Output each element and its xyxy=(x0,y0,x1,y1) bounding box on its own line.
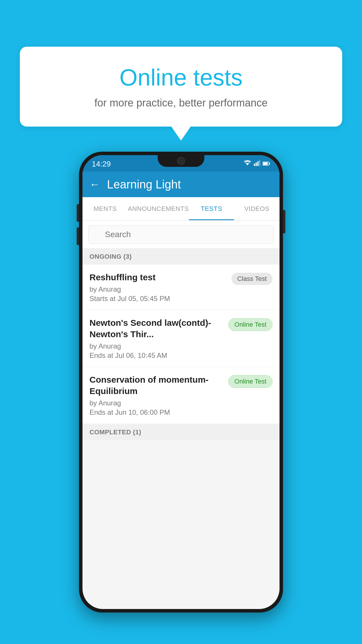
online-test-badge: Online Test xyxy=(228,375,273,388)
test-name: Conservation of momentum-Equilibrium xyxy=(89,374,224,397)
test-info: Newton's Second law(contd)-Newton's Thir… xyxy=(89,317,228,360)
battery-icon xyxy=(263,160,270,168)
test-time: Ends at Jun 10, 06:00 PM xyxy=(89,408,224,416)
test-name: Reshuffling test xyxy=(89,272,227,283)
signal-icon xyxy=(254,160,260,168)
tab-announcements[interactable]: ANNOUNCEMENTS xyxy=(128,197,189,220)
completed-section-header: COMPLETED (1) xyxy=(82,424,280,440)
search-wrapper xyxy=(88,225,274,244)
svg-rect-3 xyxy=(257,161,259,166)
test-item[interactable]: Newton's Second law(contd)-Newton's Thir… xyxy=(82,310,280,367)
test-time: Ends at Jul 06, 10:45 AM xyxy=(89,351,224,360)
ongoing-section-header: ONGOING (3) xyxy=(82,249,280,265)
test-name: Newton's Second law(contd)-Newton's Thir… xyxy=(89,317,224,340)
app-header: ← Learning Light xyxy=(82,172,280,197)
status-icons xyxy=(243,160,270,168)
wifi-icon xyxy=(243,160,252,168)
test-time: Starts at Jul 05, 05:45 PM xyxy=(89,295,227,303)
tab-ments[interactable]: MENTS xyxy=(82,197,128,220)
phone-notch xyxy=(158,155,204,167)
tab-tests[interactable]: TESTS xyxy=(189,197,234,220)
back-button[interactable]: ← xyxy=(89,178,100,190)
tabs-container: MENTS ANNOUNCEMENTS TESTS VIDEOS xyxy=(82,197,280,220)
tab-videos[interactable]: VIDEOS xyxy=(234,197,280,220)
phone-frame: 14:29 xyxy=(79,152,283,612)
search-container xyxy=(82,220,280,249)
volume-up-button xyxy=(77,204,79,222)
svg-marker-0 xyxy=(246,163,249,165)
svg-rect-6 xyxy=(269,163,270,164)
speech-bubble: Online tests for more practice, better p… xyxy=(20,47,342,127)
phone-screen: 14:29 xyxy=(82,155,280,609)
test-item[interactable]: Reshuffling test by Anurag Starts at Jul… xyxy=(82,265,280,310)
test-author: by Anurag xyxy=(89,399,224,407)
test-item[interactable]: Conservation of momentum-Equilibrium by … xyxy=(82,367,280,424)
volume-down-button xyxy=(77,228,79,245)
svg-rect-2 xyxy=(256,162,257,166)
online-test-badge: Online Test xyxy=(228,318,273,331)
test-author: by Anurag xyxy=(89,285,227,293)
app-title: Learning Light xyxy=(107,178,181,191)
svg-rect-4 xyxy=(259,160,260,166)
test-author: by Anurag xyxy=(89,342,224,350)
speech-bubble-container: Online tests for more practice, better p… xyxy=(20,47,342,127)
tests-list: Reshuffling test by Anurag Starts at Jul… xyxy=(82,265,280,424)
class-test-badge: Class Test xyxy=(231,273,273,285)
bubble-title: Online tests xyxy=(31,64,331,91)
search-input[interactable] xyxy=(88,225,274,244)
status-time: 14:29 xyxy=(92,160,111,169)
test-info: Reshuffling test by Anurag Starts at Jul… xyxy=(89,272,231,303)
bubble-subtitle: for more practice, better performance xyxy=(31,97,331,109)
svg-rect-7 xyxy=(263,162,268,165)
front-camera xyxy=(177,157,185,165)
test-info: Conservation of momentum-Equilibrium by … xyxy=(89,374,228,416)
svg-rect-1 xyxy=(254,164,255,166)
power-button xyxy=(283,210,285,233)
